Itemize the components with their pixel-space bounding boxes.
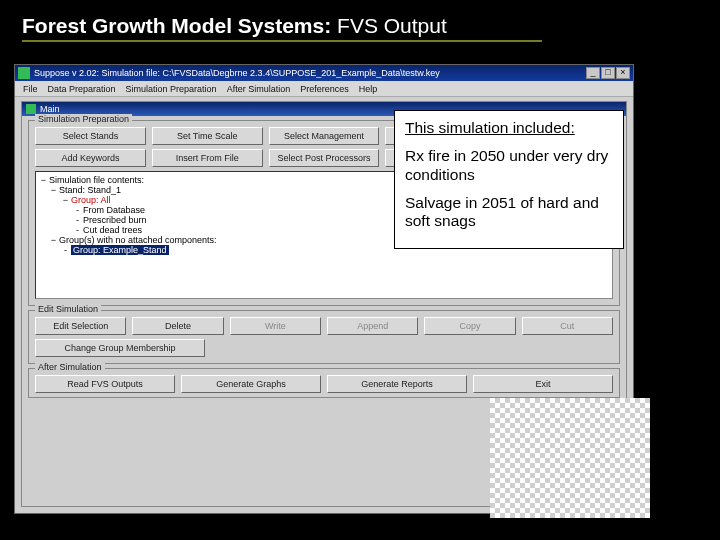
edit-sim-legend: Edit Simulation — [35, 304, 101, 314]
edit-simulation-group: Edit Simulation Edit Selection Delete Wr… — [28, 310, 620, 364]
tree-collapse-icon[interactable]: − — [50, 235, 57, 245]
sim-prep-legend: Simulation Preparation — [35, 114, 132, 124]
menu-data-preparation[interactable]: Data Preparation — [48, 84, 116, 94]
tree-dash-icon: - — [74, 205, 81, 215]
set-time-scale-button[interactable]: Set Time Scale — [152, 127, 263, 145]
tree-collapse-icon[interactable]: − — [50, 185, 57, 195]
cut-button[interactable]: Cut — [522, 317, 613, 335]
tree-dash-icon: - — [62, 245, 69, 255]
write-button[interactable]: Write — [230, 317, 321, 335]
maximize-button[interactable]: □ — [601, 67, 615, 79]
append-button[interactable]: Append — [327, 317, 418, 335]
menu-preferences[interactable]: Preferences — [300, 84, 349, 94]
insert-from-file-button[interactable]: Insert From File — [152, 149, 263, 167]
tree-prescribed-burn[interactable]: Prescribed burn — [83, 215, 147, 225]
tree-from-database[interactable]: From Database — [83, 205, 145, 215]
after-simulation-group: After Simulation Read FVS Outputs Genera… — [28, 368, 620, 398]
tree-header: Simulation file contents: — [49, 175, 144, 185]
delete-button[interactable]: Delete — [132, 317, 223, 335]
edit-selection-button[interactable]: Edit Selection — [35, 317, 126, 335]
tree-group-example-stand[interactable]: Group: Example_Stand — [71, 245, 169, 255]
tree-dash-icon: - — [74, 225, 81, 235]
slide-title: Forest Growth Model Systems: FVS Output — [22, 14, 542, 42]
inner-title: Main — [40, 104, 60, 114]
titlebar[interactable]: Suppose v 2.02: Simulation file: C:\FVSD… — [15, 65, 633, 81]
tree-collapse-icon[interactable]: − — [62, 195, 69, 205]
add-keywords-button[interactable]: Add Keywords — [35, 149, 146, 167]
menubar: File Data Preparation Simulation Prepara… — [15, 81, 633, 97]
minimize-button[interactable]: _ — [586, 67, 600, 79]
close-button[interactable]: × — [616, 67, 630, 79]
overlay-line-2: Salvage in 2051 of hard and soft snags — [405, 194, 613, 231]
select-management-button[interactable]: Select Management — [269, 127, 380, 145]
tree-cut-dead-trees[interactable]: Cut dead trees — [83, 225, 142, 235]
menu-simulation-preparation[interactable]: Simulation Preparation — [126, 84, 217, 94]
annotation-overlay: This simulation included: Rx fire in 205… — [394, 110, 624, 249]
menu-file[interactable]: File — [23, 84, 38, 94]
menu-help[interactable]: Help — [359, 84, 378, 94]
slide-title-sub: FVS Output — [331, 14, 447, 37]
generate-graphs-button[interactable]: Generate Graphs — [181, 375, 321, 393]
tree-stand[interactable]: Stand: Stand_1 — [59, 185, 121, 195]
select-post-processors-button[interactable]: Select Post Processors — [269, 149, 380, 167]
window-title: Suppose v 2.02: Simulation file: C:\FVSD… — [34, 68, 586, 78]
tree-collapse-icon[interactable]: − — [40, 175, 47, 185]
copy-button[interactable]: Copy — [424, 317, 515, 335]
overlay-heading: This simulation included: — [405, 119, 613, 137]
app-icon — [18, 67, 30, 79]
menu-after-simulation[interactable]: After Simulation — [227, 84, 291, 94]
tree-dash-icon: - — [74, 215, 81, 225]
after-sim-legend: After Simulation — [35, 362, 105, 372]
transparent-checker-region — [490, 398, 650, 518]
tree-groups-no-components[interactable]: Group(s) with no attached components: — [59, 235, 217, 245]
read-fvs-outputs-button[interactable]: Read FVS Outputs — [35, 375, 175, 393]
exit-button[interactable]: Exit — [473, 375, 613, 393]
slide-title-strong: Forest Growth Model Systems: — [22, 14, 331, 37]
inner-app-icon — [26, 104, 36, 114]
generate-reports-button[interactable]: Generate Reports — [327, 375, 467, 393]
overlay-line-1: Rx fire in 2050 under very dry condition… — [405, 147, 613, 184]
change-group-membership-button[interactable]: Change Group Membership — [35, 339, 205, 357]
tree-group-all[interactable]: Group: All — [71, 195, 111, 205]
select-stands-button[interactable]: Select Stands — [35, 127, 146, 145]
